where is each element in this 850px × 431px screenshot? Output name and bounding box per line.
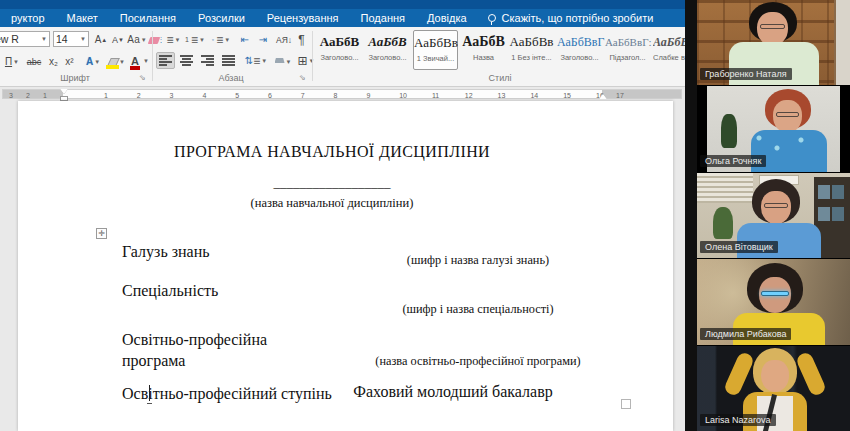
tab-posylannia[interactable]: Посилання <box>109 9 187 27</box>
tell-me-search[interactable]: Скажіть, що потрібно зробити <box>488 12 654 24</box>
tab-maket[interactable]: Макет <box>56 9 109 27</box>
chevron-down-icon: ▼ <box>41 36 47 42</box>
style-chip-title[interactable]: АаБбВ Назва <box>461 30 506 70</box>
shading-button[interactable]: ▼ <box>272 53 294 70</box>
document-subtitle: (назва навчальної дисципліни) <box>62 196 602 211</box>
font-group-label: Шрифт <box>0 73 150 85</box>
style-chip-heading2[interactable]: АаБбВ Заголово... <box>365 30 410 70</box>
ruler-number: 10 <box>399 91 407 100</box>
superscript-button[interactable]: x² <box>62 53 77 70</box>
field-label-galuz: Галузь знань <box>122 241 210 262</box>
underline-button[interactable]: П▼ <box>2 53 22 70</box>
ruler-number: 3 <box>9 91 13 100</box>
multilevel-list-button[interactable]: ◦≡▼ <box>209 31 233 48</box>
field-label-stupin: Освітньо-професійний ступінь <box>122 383 332 404</box>
style-chip-subtle-emphasis[interactable]: АаБбВ Слабке в... <box>653 30 687 70</box>
style-chip-subtitle[interactable]: АаБбВвГ: Підзагол... <box>605 30 650 70</box>
ruler-number: 6 <box>268 91 272 100</box>
title-bar <box>0 0 685 9</box>
decrease-indent-button[interactable]: ⇤ <box>237 31 253 48</box>
font-name-combo[interactable]: ew R▼ <box>0 31 50 47</box>
sort-button[interactable]: АЯ↓ <box>274 31 294 48</box>
style-chip-heading1[interactable]: АаБбВ Заголово... <box>317 30 362 70</box>
style-chip-normal[interactable]: АаБбВв 1 Звичай... <box>413 30 458 70</box>
style-chip-no-spacing[interactable]: АаБбВв 1 Без інте... <box>509 30 554 70</box>
participant-name: Ольга Рочняк <box>700 155 766 167</box>
multilevel-list-icon: ◦≡ <box>212 33 224 47</box>
justify-button[interactable] <box>219 52 238 69</box>
font-color-button[interactable]: А ▼ <box>130 52 150 69</box>
field-value-stupin: Фаховий молодший бакалавр <box>303 383 603 401</box>
align-left-button[interactable] <box>156 52 175 69</box>
tab-dovidka[interactable]: Довідка <box>416 9 478 27</box>
video-participants-panel: Граборенко Наталя Ольга Рочняк <box>685 0 850 431</box>
glasses <box>764 203 788 208</box>
highlight-color-button[interactable]: ▼ <box>104 53 128 70</box>
title-underline: __________________ <box>62 175 602 191</box>
strikethrough-button[interactable]: abc <box>24 53 44 70</box>
participant-tile[interactable]: Ольга Рочняк <box>697 86 850 172</box>
table-resize-handle[interactable] <box>621 399 631 409</box>
grow-font-button[interactable]: А▲ <box>93 31 109 48</box>
ruler-number: 3 <box>170 91 174 100</box>
tab-rozsylky[interactable]: Розсилки <box>187 9 256 27</box>
shrink-font-button[interactable]: А▼ <box>110 31 126 48</box>
field-hint-programa: (назва освітньо-професійної програми) <box>328 354 628 369</box>
line-spacing-button[interactable]: ⇅≡▼ <box>243 52 269 69</box>
borders-button[interactable]: ⊞▼ <box>295 52 317 69</box>
subscript-button[interactable]: x₂ <box>46 53 61 70</box>
right-indent-marker[interactable] <box>599 94 607 99</box>
ruler-right-margin <box>602 90 681 98</box>
ruler-number: 2 <box>137 91 141 100</box>
text-effects-button[interactable]: А▼ <box>84 53 102 70</box>
ruler-number: 7 <box>301 91 305 100</box>
table-move-handle-icon[interactable]: ✛ <box>96 228 107 239</box>
participant-name: Larisa Nazarova <box>700 414 776 426</box>
glasses <box>761 291 789 296</box>
participant-name: Людмила Рибакова <box>700 328 791 340</box>
first-line-indent-marker[interactable] <box>60 89 68 94</box>
style-chip-heading-blue[interactable]: АаБбВвГ Заголово... <box>557 30 602 70</box>
glasses <box>776 112 799 117</box>
font-dialog-launcher-icon[interactable]: ⇘ <box>139 73 148 82</box>
field-hint-galuz: (шифр і назва галузі знань) <box>328 253 628 268</box>
tab-podannia[interactable]: Подання <box>350 9 416 27</box>
document-canvas[interactable]: ПРОГРАМА НАВЧАЛЬНОЇ ДИСЦИПЛІНИ _________… <box>0 101 685 431</box>
paragraph-dialog-launcher-icon[interactable]: ⇘ <box>299 73 308 82</box>
align-center-icon <box>180 55 193 66</box>
bullets-button[interactable]: ⋮≡▼ <box>157 31 181 48</box>
field-hint-spetsialnist: (шифр і назва спеціальності) <box>328 302 628 317</box>
document-page[interactable]: ПРОГРАМА НАВЧАЛЬНОЇ ДИСЦИПЛІНИ _________… <box>18 101 673 431</box>
increase-indent-button[interactable]: ⇥ <box>255 31 271 48</box>
show-marks-button[interactable]: ¶ <box>295 31 308 48</box>
participant-tile[interactable]: Людмила Рибакова <box>697 259 850 345</box>
align-right-button[interactable] <box>198 52 217 69</box>
ruler[interactable]: 3211234567891011121314151617 <box>0 87 685 101</box>
participant-tile[interactable]: Граборенко Наталя <box>697 0 850 86</box>
tell-me-label: Скажіть, що потрібно зробити <box>502 12 654 24</box>
change-case-button[interactable]: Аа▼ <box>127 31 147 48</box>
line-spacing-icon: ⇅ <box>245 55 253 66</box>
ruler-number: 12 <box>465 91 473 100</box>
paint-bucket-icon <box>275 58 285 66</box>
paragraph-group-label: Абзац <box>152 73 310 85</box>
ruler-number: 14 <box>530 91 538 100</box>
align-center-button[interactable] <box>177 52 196 69</box>
numbering-button[interactable]: 1≡▼ <box>183 31 207 48</box>
field-label-spetsialnist: Спеціальність <box>122 280 218 301</box>
styles-group-label: Стилі <box>420 73 580 85</box>
font-size-combo[interactable]: 14▼ <box>53 31 89 47</box>
document-title: ПРОГРАМА НАВЧАЛЬНОЇ ДИСЦИПЛІНИ <box>62 143 602 161</box>
participant-tile[interactable]: Larisa Nazarova <box>697 346 850 431</box>
ruler-number: 4 <box>202 91 206 100</box>
participant-name: Олена Вітовщик <box>700 241 778 253</box>
tab-retsenzuvannia[interactable]: Рецензування <box>256 9 350 27</box>
word-window: руктор Макет Посилання Розсилки Рецензув… <box>0 0 850 431</box>
tab-konstruktor[interactable]: руктор <box>0 9 56 27</box>
participant-tile[interactable]: Олена Вітовщик <box>697 173 850 259</box>
align-right-icon <box>201 55 214 66</box>
ruler-number: 13 <box>498 91 506 100</box>
justify-icon <box>222 55 235 66</box>
ribbon-tab-bar: руктор Макет Посилання Розсилки Рецензув… <box>0 9 685 27</box>
bullet-list-icon: ⋮≡ <box>158 33 174 47</box>
